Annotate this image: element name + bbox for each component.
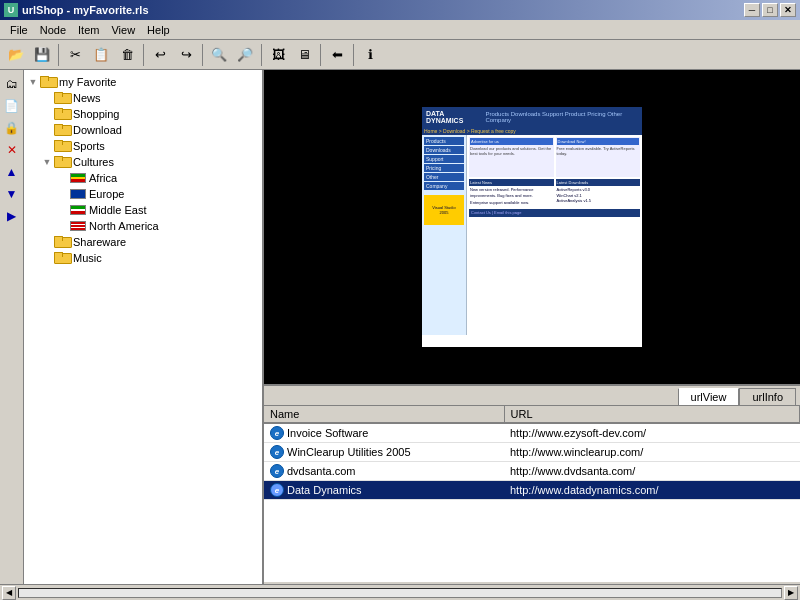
tree-item-news[interactable]: News	[24, 90, 262, 106]
tree-toggle-cultures[interactable]: ▼	[40, 155, 54, 169]
tree-item-cultures[interactable]: ▼ Cultures	[24, 154, 262, 170]
tree-label-shopping: Shopping	[73, 108, 120, 120]
right-panel: DATA DYNAMICS Products Downloads Support…	[264, 70, 800, 584]
tree-label-root: my Favorite	[59, 76, 116, 88]
tree-toggle-music	[40, 251, 54, 265]
table-row[interactable]: Invoice Software http://www.ezysoft-dev.…	[264, 423, 800, 443]
close-button[interactable]: ✕	[780, 3, 796, 17]
tree-toggle-root[interactable]: ▼	[26, 75, 40, 89]
tree-icon-africa	[70, 172, 86, 184]
tree-item-mideast[interactable]: Middle East	[24, 202, 262, 218]
left-tool-doc[interactable]: 📄	[2, 96, 22, 116]
scroll-right[interactable]: ▶	[784, 586, 798, 600]
main-container: 🗂 📄 🔒 ✕ ▲ ▼ ▶ ▼ my Favorite News	[0, 70, 800, 600]
wp-footer-text: Contact Us | Email this page	[471, 210, 521, 215]
wp-subnav: Home > Download > Request a free copy	[422, 127, 642, 135]
menu-view[interactable]: View	[105, 22, 141, 38]
tree-toggle-shopping	[40, 107, 54, 121]
toolbar-sep-6	[353, 44, 354, 66]
tree-item-sports[interactable]: Sports	[24, 138, 262, 154]
webpage-preview: DATA DYNAMICS Products Downloads Support…	[264, 70, 800, 384]
tool-open[interactable]: 📂	[4, 43, 28, 67]
tree-item-europe[interactable]: Europe	[24, 186, 262, 202]
left-tool-down[interactable]: ▼	[2, 184, 22, 204]
menu-help[interactable]: Help	[141, 22, 176, 38]
tree-item-download[interactable]: Download	[24, 122, 262, 138]
wp-footer: Contact Us | Email this page	[469, 209, 640, 217]
tree-item-namerica[interactable]: North America	[24, 218, 262, 234]
tool-cut[interactable]: ✂	[63, 43, 87, 67]
tree-toggle-news	[40, 91, 54, 105]
wp-content: Advertise for us Download our products a…	[467, 135, 642, 335]
wp-tagline: Products Downloads Support Product Prici…	[485, 111, 638, 123]
tool-copy[interactable]: 📋	[89, 43, 113, 67]
tree-label-europe: Europe	[89, 188, 124, 200]
table-row[interactable]: WinClearup Utilities 2005 http://www.win…	[264, 443, 800, 462]
window-title: urlShop - myFavorite.rls	[22, 4, 149, 16]
wp-body: Products Downloads Support Pricing Other…	[422, 135, 642, 335]
tree-toggle-download	[40, 123, 54, 137]
tree-label-download: Download	[73, 124, 122, 136]
wp-sidebar-item-2: Downloads	[424, 146, 464, 154]
wp-sidebar-item-5: Other	[424, 173, 464, 181]
tool-find[interactable]: 🔍	[207, 43, 231, 67]
left-tool-del[interactable]: ✕	[2, 140, 22, 160]
tree-root[interactable]: ▼ my Favorite	[24, 74, 262, 90]
menu-file[interactable]: File	[4, 22, 34, 38]
left-tool-folder[interactable]: 🗂	[2, 74, 22, 94]
scroll-left[interactable]: ◀	[2, 586, 16, 600]
left-tool-right[interactable]: ▶	[2, 206, 22, 226]
left-tool-lock[interactable]: 🔒	[2, 118, 22, 138]
tab-urlview[interactable]: urlView	[678, 388, 740, 405]
scrollbar-area: ◀ ▶	[0, 584, 800, 600]
tool-undo[interactable]: ↩	[148, 43, 172, 67]
tool-save[interactable]: 💾	[30, 43, 54, 67]
table-row[interactable]: dvdsanta.com http://www.dvdsanta.com/	[264, 462, 800, 481]
tree-toggle-namerica	[56, 219, 70, 233]
tree-folder-icon-shareware	[54, 235, 70, 249]
tree-folder-icon-download	[54, 123, 70, 137]
toolbar-sep-3	[202, 44, 203, 66]
tool-back[interactable]: ⬅	[325, 43, 349, 67]
left-tool-up[interactable]: ▲	[2, 162, 22, 182]
tool-browser[interactable]: 🖥	[292, 43, 316, 67]
wp-logo: DATA DYNAMICS	[426, 110, 479, 124]
maximize-button[interactable]: □	[762, 3, 778, 17]
tree-toggle-sports	[40, 139, 54, 153]
url-icon-1	[270, 445, 284, 459]
url-icon-2	[270, 464, 284, 478]
tree-label-cultures: Cultures	[73, 156, 114, 168]
tool-zoom[interactable]: 🔎	[233, 43, 257, 67]
tree-item-africa[interactable]: Africa	[24, 170, 262, 186]
cell-url-0: http://www.ezysoft-dev.com/	[504, 423, 800, 443]
scroll-track[interactable]	[18, 588, 782, 598]
wp-content-row1: Advertise for us Download our products a…	[469, 137, 640, 177]
tool-redo[interactable]: ↪	[174, 43, 198, 67]
table-row-selected[interactable]: Data Dynamics http://www.datadynamics.co…	[264, 481, 800, 500]
wp-breadcrumb: Home > Download > Request a free copy	[424, 128, 516, 134]
tree-icon-namerica	[70, 220, 86, 232]
menu-bar: File Node Item View Help	[0, 20, 800, 40]
tree-item-shareware[interactable]: Shareware	[24, 234, 262, 250]
cell-name-2: dvdsanta.com	[264, 462, 504, 481]
menu-item[interactable]: Item	[72, 22, 105, 38]
tree-panel: ▼ my Favorite News Shopping Download	[24, 70, 264, 584]
wp-downloads-block: Latest Downloads ActiveReports v3.0WinCh…	[556, 179, 641, 207]
wp-header: DATA DYNAMICS Products Downloads Support…	[422, 107, 642, 127]
tree-label-sports: Sports	[73, 140, 105, 152]
tool-info[interactable]: ℹ	[358, 43, 382, 67]
minimize-button[interactable]: ─	[744, 3, 760, 17]
bottom-area: urlView urlInfo Name URL	[264, 384, 800, 584]
tree-item-music[interactable]: Music	[24, 250, 262, 266]
menu-node[interactable]: Node	[34, 22, 72, 38]
tab-urlinfo[interactable]: urlInfo	[739, 388, 796, 405]
tree-folder-icon-root	[40, 75, 56, 89]
tree-label-music: Music	[73, 252, 102, 264]
tree-item-shopping[interactable]: Shopping	[24, 106, 262, 122]
tool-image[interactable]: 🖼	[266, 43, 290, 67]
tree-label-africa: Africa	[89, 172, 117, 184]
cell-url-3: http://www.datadynamics.com/	[504, 481, 800, 500]
tree-toggle-europe	[56, 187, 70, 201]
tool-delete[interactable]: 🗑	[115, 43, 139, 67]
tree-label-shareware: Shareware	[73, 236, 126, 248]
